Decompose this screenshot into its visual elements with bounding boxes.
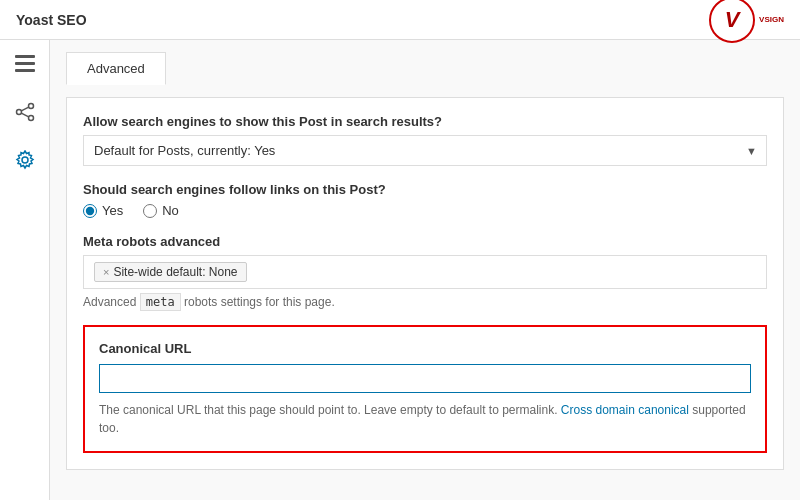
show-in-results-label: Allow search engines to show this Post i… xyxy=(83,114,767,129)
helper-prefix: Advanced xyxy=(83,295,140,309)
canonical-section: Canonical URL The canonical URL that thi… xyxy=(83,325,767,453)
logo-v-icon: V xyxy=(725,7,740,33)
meta-robots-label: Meta robots advanced xyxy=(83,234,767,249)
radio-no-input[interactable] xyxy=(143,204,157,218)
show-in-results-group: Allow search engines to show this Post i… xyxy=(83,114,767,166)
meta-robots-group: Meta robots advanced × Site-wide default… xyxy=(83,234,767,309)
svg-rect-2 xyxy=(15,69,35,72)
tag-remove-icon[interactable]: × xyxy=(103,266,109,278)
radio-yes-input[interactable] xyxy=(83,204,97,218)
canonical-url-input[interactable] xyxy=(99,364,751,393)
svg-point-5 xyxy=(28,116,33,121)
content-area: Advanced Allow search engines to show th… xyxy=(50,40,800,500)
radio-no-text: No xyxy=(162,203,179,218)
svg-point-8 xyxy=(22,157,28,163)
radio-no-label[interactable]: No xyxy=(143,203,179,218)
sidebar-menu-icon[interactable] xyxy=(9,48,41,80)
settings-panel: Allow search engines to show this Post i… xyxy=(66,97,784,470)
sidebar-share-icon[interactable] xyxy=(9,96,41,128)
cross-domain-canonical-link[interactable]: Cross domain canonical xyxy=(561,403,689,417)
radio-yes-label[interactable]: Yes xyxy=(83,203,123,218)
canonical-label: Canonical URL xyxy=(99,341,751,356)
helper-code: meta xyxy=(140,293,181,311)
radio-yes-text: Yes xyxy=(102,203,123,218)
svg-point-4 xyxy=(16,110,21,115)
helper-suffix: robots settings for this page. xyxy=(181,295,335,309)
tab-bar: Advanced xyxy=(66,52,784,85)
meta-robots-box: × Site-wide default: None xyxy=(83,255,767,289)
svg-line-6 xyxy=(21,107,28,111)
brand-logo: V xyxy=(709,0,755,43)
meta-robots-helper: Advanced meta robots settings for this p… xyxy=(83,295,767,309)
svg-rect-0 xyxy=(15,55,35,58)
app-header: Yoast SEO V VSIGN xyxy=(0,0,800,40)
svg-rect-1 xyxy=(15,62,35,65)
show-in-results-select[interactable]: Default for Posts, currently: YesYesNo xyxy=(83,135,767,166)
svg-point-3 xyxy=(28,104,33,109)
sidebar-gear-icon[interactable] xyxy=(9,144,41,176)
canonical-helper: The canonical URL that this page should … xyxy=(99,401,751,437)
svg-line-7 xyxy=(21,113,28,117)
follow-links-group: Should search engines follow links on th… xyxy=(83,182,767,218)
app-title: Yoast SEO xyxy=(16,12,87,28)
sidebar xyxy=(0,40,50,500)
logo-brand-text: VSIGN xyxy=(759,15,784,25)
logo-area: V VSIGN xyxy=(709,0,784,43)
follow-links-label: Should search engines follow links on th… xyxy=(83,182,767,197)
follow-links-radio-group: Yes No xyxy=(83,203,767,218)
tab-advanced[interactable]: Advanced xyxy=(66,52,166,85)
tag-label: Site-wide default: None xyxy=(113,265,237,279)
show-in-results-select-wrapper: Default for Posts, currently: YesYesNo ▼ xyxy=(83,135,767,166)
canonical-helper-text-before: The canonical URL that this page should … xyxy=(99,403,561,417)
meta-robots-tag: × Site-wide default: None xyxy=(94,262,247,282)
main-layout: Advanced Allow search engines to show th… xyxy=(0,40,800,500)
